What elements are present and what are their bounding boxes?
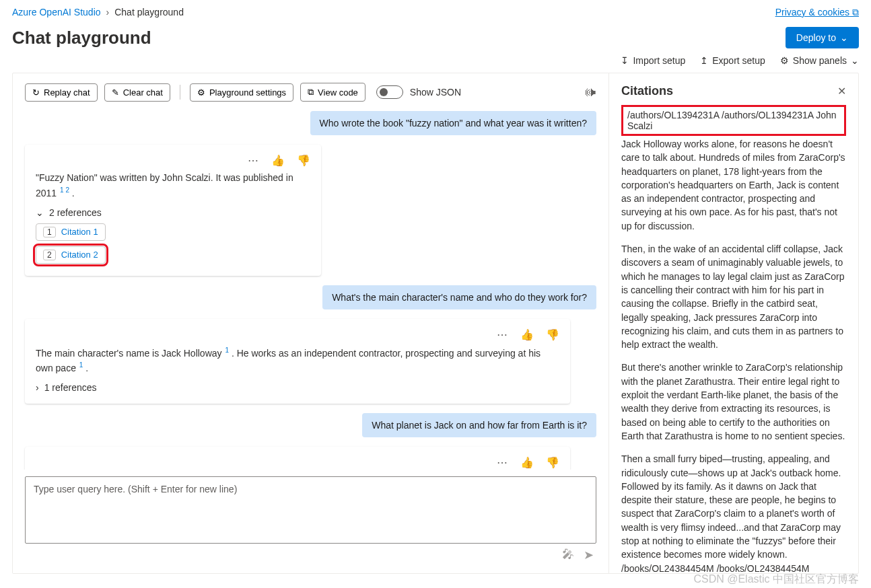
chevron-down-icon: ⌄ bbox=[851, 55, 859, 66]
external-link-icon: ⧉ bbox=[852, 7, 859, 17]
toolbar-separator bbox=[180, 85, 180, 100]
show-json-label: Show JSON bbox=[410, 87, 461, 98]
thumbs-up-icon[interactable]: 👍 bbox=[271, 154, 285, 167]
assistant-message: ⋯ 👍 👎 Jack Holloway is prospecting and s… bbox=[25, 447, 570, 470]
close-icon[interactable]: ✕ bbox=[837, 85, 846, 98]
more-icon[interactable]: ⋯ bbox=[497, 456, 508, 469]
assistant-message: ⋯ 👍 👎 The main character's name is Jack … bbox=[25, 319, 570, 404]
deploy-button[interactable]: Deploy to ⌄ bbox=[786, 27, 859, 48]
privacy-link[interactable]: Privacy & cookies ⧉ bbox=[775, 7, 859, 17]
send-icon[interactable]: ➤ bbox=[584, 548, 594, 562]
answer-text: The main character's name is Jack Hollow… bbox=[36, 347, 224, 358]
citation-1-link[interactable]: 1 Citation 1 bbox=[36, 223, 106, 241]
replay-chat-button[interactable]: ↻Replay chat bbox=[25, 83, 98, 102]
import-setup-button[interactable]: ↧ Import setup bbox=[621, 55, 685, 66]
chevron-down-icon: ⌄ bbox=[840, 32, 848, 43]
citation-paragraph: But there's another wrinkle to ZaraCorp'… bbox=[621, 361, 846, 443]
citations-panel: Citations ✕ /authors/OL1394231A /authors… bbox=[609, 73, 858, 573]
thumbs-down-icon[interactable]: 👎 bbox=[546, 328, 559, 341]
thumbs-down-icon[interactable]: 👎 bbox=[297, 154, 310, 167]
export-setup-button[interactable]: ↥ Export setup bbox=[700, 55, 765, 66]
citations-heading: Citations bbox=[621, 84, 673, 98]
breadcrumb-home[interactable]: Azure OpenAI Studio bbox=[12, 7, 101, 17]
thumbs-up-icon[interactable]: 👍 bbox=[520, 328, 534, 341]
gear-icon: ⚙ bbox=[197, 87, 205, 98]
watermark: CSDN @Elastic 中国社区官方博客 bbox=[693, 573, 859, 587]
citation-paragraph: Then, in the wake of an accidental cliff… bbox=[621, 242, 846, 351]
page-title: Chat playground bbox=[12, 28, 151, 48]
references-toggle[interactable]: › 1 references bbox=[36, 382, 559, 393]
gear-icon: ⚙ bbox=[780, 55, 789, 66]
citation-ref[interactable]: 1 2 bbox=[60, 186, 69, 194]
assistant-message: ⋯ 👍 👎 "Fuzzy Nation" was written by John… bbox=[25, 145, 321, 276]
more-icon[interactable]: ⋯ bbox=[497, 328, 508, 341]
conversation-area: Who wrote the book "fuzzy nation" and wh… bbox=[13, 111, 608, 470]
citation-paragraph: Then a small furry biped—trusting, appea… bbox=[621, 452, 846, 573]
chevron-down-icon: ⌄ bbox=[36, 207, 44, 218]
playground-settings-button[interactable]: ⚙Playground settings bbox=[190, 83, 293, 102]
microphone-icon[interactable]: 🎤︎ bbox=[562, 548, 574, 562]
chat-input[interactable]: Type user query here. (Shift + Enter for… bbox=[25, 476, 596, 544]
broom-icon: ✎ bbox=[112, 87, 119, 98]
citation-source-title: /authors/OL1394231A /authors/OL1394231A … bbox=[621, 105, 846, 136]
code-icon: ⧉ bbox=[308, 87, 314, 98]
clear-chat-button[interactable]: ✎Clear chat bbox=[104, 83, 170, 102]
thumbs-down-icon[interactable]: 👎 bbox=[546, 456, 559, 469]
show-json-toggle[interactable] bbox=[376, 85, 403, 99]
references-toggle[interactable]: ⌄ 2 references bbox=[36, 207, 310, 218]
citation-2-link[interactable]: 2 Citation 2 bbox=[36, 246, 106, 264]
user-message: What planet is Jack on and how far from … bbox=[362, 413, 596, 437]
show-panels-button[interactable]: ⚙ Show panels ⌄ bbox=[780, 55, 859, 66]
export-icon: ↥ bbox=[700, 55, 708, 66]
breadcrumb-current: Chat playground bbox=[114, 7, 184, 17]
chat-toolbar: ↻Replay chat ✎Clear chat ⚙Playground set… bbox=[13, 73, 608, 111]
more-icon[interactable]: ⋯ bbox=[248, 154, 259, 167]
chevron-right-icon: › bbox=[36, 382, 39, 393]
speaker-icon[interactable]: 🕪 bbox=[584, 85, 596, 100]
breadcrumb: Azure OpenAI Studio › Chat playground bbox=[12, 7, 859, 17]
citation-paragraph: Jack Holloway works alone, for reasons h… bbox=[621, 137, 846, 233]
import-icon: ↧ bbox=[621, 55, 629, 66]
user-message: What's the main character's name and who… bbox=[322, 285, 596, 309]
view-code-button[interactable]: ⧉View code bbox=[300, 83, 365, 102]
chevron-right-icon: › bbox=[106, 7, 110, 17]
thumbs-up-icon[interactable]: 👍 bbox=[520, 456, 534, 469]
replay-icon: ↻ bbox=[32, 87, 40, 98]
user-message: Who wrote the book "fuzzy nation" and wh… bbox=[310, 111, 596, 135]
